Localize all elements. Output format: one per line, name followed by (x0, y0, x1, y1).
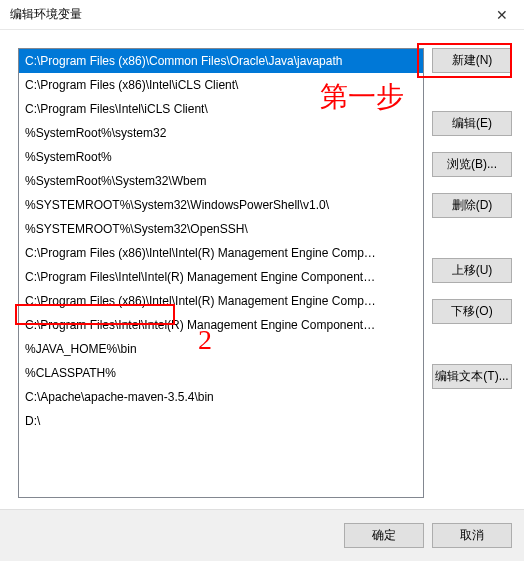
edit-button[interactable]: 编辑(E) (432, 111, 512, 136)
dialog-footer: 确定 取消 (0, 509, 524, 561)
list-item[interactable]: C:\Program Files (x86)\Common Files\Orac… (19, 49, 423, 73)
edit-text-button[interactable]: 编辑文本(T)... (432, 364, 512, 389)
list-item[interactable]: C:\Program Files (x86)\Intel\Intel(R) Ma… (19, 289, 423, 313)
close-button[interactable]: ✕ (479, 0, 524, 30)
list-item[interactable]: %SystemRoot%\System32\Wbem (19, 169, 423, 193)
list-item[interactable]: C:\Program Files (x86)\Intel\iCLS Client… (19, 73, 423, 97)
path-listbox[interactable]: C:\Program Files (x86)\Common Files\Orac… (18, 48, 424, 498)
list-item[interactable]: %JAVA_HOME%\bin (19, 337, 423, 361)
titlebar: 编辑环境变量 ✕ (0, 0, 524, 30)
list-item[interactable]: %SystemRoot% (19, 145, 423, 169)
list-item[interactable]: C:\Program Files\Intel\Intel(R) Manageme… (19, 313, 423, 337)
button-column: 新建(N) 编辑(E) 浏览(B)... 删除(D) 上移(U) 下移(O) 编… (432, 48, 512, 490)
move-down-button[interactable]: 下移(O) (432, 299, 512, 324)
window-title: 编辑环境变量 (10, 6, 82, 23)
ok-button[interactable]: 确定 (344, 523, 424, 548)
delete-button[interactable]: 删除(D) (432, 193, 512, 218)
list-item[interactable]: C:\Apache\apache-maven-3.5.4\bin (19, 385, 423, 409)
list-item[interactable]: C:\Program Files\Intel\iCLS Client\ (19, 97, 423, 121)
list-item[interactable]: %SystemRoot%\system32 (19, 121, 423, 145)
browse-button[interactable]: 浏览(B)... (432, 152, 512, 177)
move-up-button[interactable]: 上移(U) (432, 258, 512, 283)
list-item[interactable]: C:\Program Files\Intel\Intel(R) Manageme… (19, 265, 423, 289)
cancel-button[interactable]: 取消 (432, 523, 512, 548)
list-item[interactable]: %SYSTEMROOT%\System32\WindowsPowerShell\… (19, 193, 423, 217)
list-item[interactable]: C:\Program Files (x86)\Intel\Intel(R) Ma… (19, 241, 423, 265)
list-item[interactable]: %CLASSPATH% (19, 361, 423, 385)
list-item[interactable]: D:\ (19, 409, 423, 433)
list-item[interactable]: %SYSTEMROOT%\System32\OpenSSH\ (19, 217, 423, 241)
content-area: C:\Program Files (x86)\Common Files\Orac… (0, 30, 524, 500)
new-button[interactable]: 新建(N) (432, 48, 512, 73)
close-icon: ✕ (496, 7, 508, 23)
